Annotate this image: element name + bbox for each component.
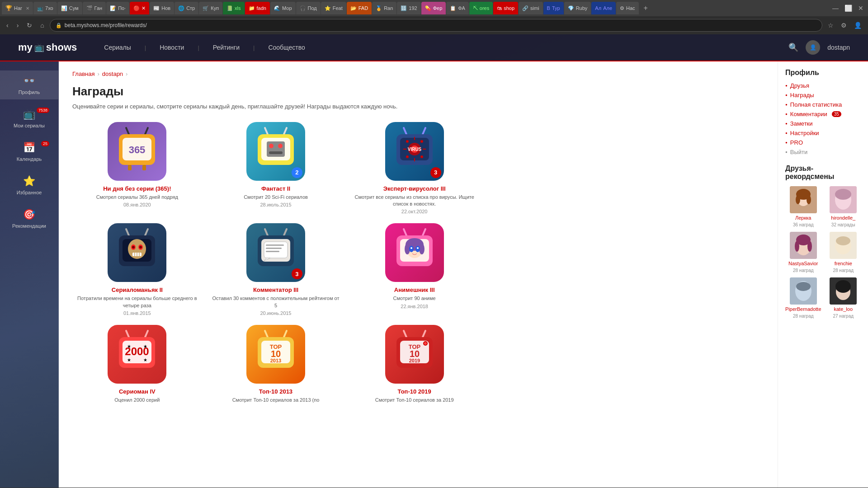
sidebar-my-shows[interactable]: 7538 📺 Мои сериалы bbox=[0, 104, 58, 133]
tab-11[interactable]: 📁fadn bbox=[245, 2, 270, 14]
nav-community[interactable]: Сообщество bbox=[268, 44, 305, 51]
tab-2[interactable]: 📺7хо bbox=[33, 2, 57, 14]
breadcrumb-user[interactable]: dostapn bbox=[102, 70, 123, 77]
tab-3[interactable]: 📊Сум bbox=[57, 2, 82, 14]
profile-link-notes[interactable]: Заметки bbox=[785, 120, 861, 127]
friend-nastya[interactable]: NastyaSavior 28 наград bbox=[785, 232, 821, 273]
nav-ratings[interactable]: Рейтинги bbox=[213, 44, 240, 51]
tab-1[interactable]: 🏆 Наг ✕ bbox=[2, 2, 33, 14]
profile-link-awards[interactable]: Награды bbox=[785, 92, 861, 99]
friend-lerka[interactable]: Леркка 36 наград bbox=[785, 186, 821, 227]
friend-piper[interactable]: PiperBernadotte 28 наград bbox=[785, 277, 821, 319]
friend-name-lerka[interactable]: Леркка bbox=[795, 215, 811, 221]
maximize-btn[interactable]: ⬜ bbox=[842, 3, 855, 14]
award-card-1[interactable]: 2 Фантаст II Смотрит 20 Sci-Fi сериалов … bbox=[211, 122, 341, 215]
award-title-7[interactable]: Топ-10 2013 bbox=[259, 388, 292, 395]
tab-ale[interactable]: АлАле bbox=[591, 2, 616, 14]
tab-ruby[interactable]: 💎Ruby bbox=[564, 2, 591, 14]
award-title-0[interactable]: Ни дня без серии (365)! bbox=[103, 185, 171, 192]
friend-name-nastya[interactable]: NastyaSavior bbox=[788, 261, 818, 266]
profile-link-pro[interactable]: PRO bbox=[785, 139, 861, 146]
sidebar-recommendations[interactable]: 🎯 Рекомендации bbox=[0, 204, 58, 233]
tab-shop[interactable]: 🛍shop bbox=[493, 2, 518, 14]
tab-4[interactable]: 🎬Ган bbox=[83, 2, 106, 14]
nav-news[interactable]: Новости bbox=[160, 44, 184, 51]
profile-link-stats[interactable]: Полная статистика bbox=[785, 101, 861, 108]
friend-name-kate[interactable]: kate_loo bbox=[834, 306, 853, 312]
award-title-3[interactable]: Сериаломаньяк II bbox=[112, 286, 163, 293]
award-title-6[interactable]: Сериоман IV bbox=[119, 388, 156, 395]
reload-btn[interactable]: ↻ bbox=[24, 20, 35, 31]
tab-13[interactable]: 🎧Под bbox=[296, 2, 321, 14]
award-date-0: 08.янв.2020 bbox=[123, 202, 151, 207]
tab-typ[interactable]: BTyp bbox=[543, 2, 564, 14]
tab-9[interactable]: 🛒Куп bbox=[199, 2, 222, 14]
close-btn[interactable]: ✕ bbox=[855, 3, 866, 14]
profile-link-comments[interactable]: Комментарии 35 bbox=[785, 111, 861, 117]
tab-ores[interactable]: ⛏ores bbox=[469, 2, 493, 14]
friend-name-piper[interactable]: PiperBernadotte bbox=[785, 306, 821, 312]
award-card-5[interactable]: Анимешник III Смотрит 90 аниме 22.янв.20… bbox=[349, 223, 479, 316]
award-title-1[interactable]: Фантаст II bbox=[261, 185, 290, 192]
site-logo[interactable]: my📺shows bbox=[18, 42, 77, 53]
friend-kate[interactable]: kate_loo 27 наград bbox=[826, 277, 861, 319]
profile-btn[interactable]: 👤 bbox=[851, 20, 864, 31]
sidebar-calendar-label: Календарь bbox=[17, 156, 42, 162]
profile-link-logout[interactable]: Выйти bbox=[785, 149, 861, 155]
address-bar[interactable]: 🔒 beta.myshows.me/profile/rewards/ bbox=[50, 19, 822, 32]
award-top10-2013-svg: TOP 10 2013 bbox=[249, 327, 303, 381]
sidebar-calendar[interactable]: 25 📅 Календарь bbox=[0, 137, 58, 166]
profile-link-settings[interactable]: Настройки bbox=[785, 130, 861, 136]
award-card-7[interactable]: TOP 10 2013 Топ-10 2013 Смотрит Топ-10 с… bbox=[211, 325, 341, 405]
award-badge-2: 3 bbox=[430, 167, 441, 178]
friend-frenchie[interactable]: frenchie 28 наград bbox=[826, 232, 861, 273]
sidebar-profile[interactable]: 👓 Профиль bbox=[0, 70, 58, 99]
tab-7[interactable]: 📰Нов bbox=[150, 2, 174, 14]
username[interactable]: dostapn bbox=[827, 44, 850, 51]
tab-8[interactable]: 🌐Стр bbox=[175, 2, 198, 14]
extensions-btn[interactable]: ⚙ bbox=[838, 20, 849, 31]
tab-10[interactable]: 📗xls bbox=[223, 2, 244, 14]
search-btn[interactable]: 🔍 bbox=[788, 42, 798, 52]
bookmark-btn[interactable]: ☆ bbox=[825, 20, 836, 31]
friend-hirondelle[interactable]: hirondelle_ 32 награды bbox=[826, 186, 861, 227]
home-btn[interactable]: ⌂ bbox=[38, 20, 47, 31]
sidebar-favorites[interactable]: ⭐ Избранное bbox=[0, 171, 58, 200]
award-title-4[interactable]: Комментатор III bbox=[253, 286, 298, 293]
tab-feat[interactable]: ⭐Feat bbox=[321, 2, 346, 14]
tab-ran[interactable]: 🏅Ran bbox=[372, 2, 396, 14]
tab-fad[interactable]: 📂FAD bbox=[347, 2, 372, 14]
award-card-4[interactable]: 3 Комментатор III Оставил 30 комментов с… bbox=[211, 223, 341, 316]
svg-point-28 bbox=[420, 155, 423, 158]
breadcrumb-home[interactable]: Главная bbox=[72, 70, 94, 77]
profile-link-friends[interactable]: Друзья bbox=[785, 82, 861, 89]
tab-fer[interactable]: 💊Фер bbox=[421, 2, 446, 14]
page-description: Оценивайте серии и сериалы, смотрите сер… bbox=[72, 102, 764, 111]
award-title-2[interactable]: Эксперт-вирусолог III bbox=[383, 185, 446, 192]
tab-5[interactable]: 📝По· bbox=[106, 2, 129, 14]
friend-avatar-kate bbox=[830, 277, 857, 305]
tab-active[interactable]: 🔴✕ bbox=[130, 2, 149, 14]
back-btn[interactable]: ‹ bbox=[4, 20, 11, 31]
tab-nas[interactable]: ⚙Нас bbox=[616, 2, 639, 14]
site-header: my📺shows Сериалы | Новости | Рейтинги | … bbox=[0, 34, 868, 61]
award-card-3[interactable]: Сериаломаньяк II Потратили времени на се… bbox=[72, 223, 202, 316]
award-title-5[interactable]: Анимешник III bbox=[394, 286, 435, 293]
award-title-8[interactable]: Топ-10 2019 bbox=[398, 388, 431, 395]
minimize-btn[interactable]: — bbox=[830, 3, 841, 14]
tab-fa[interactable]: 📋ФА bbox=[446, 2, 468, 14]
svg-line-31 bbox=[145, 229, 148, 235]
tab-simi[interactable]: 🔗simi bbox=[519, 2, 543, 14]
friend-name-frenchie[interactable]: frenchie bbox=[835, 261, 852, 266]
award-card-6[interactable]: 2000 ★ ★ ★ ★ Сериоман IV Оценил 2000 сер… bbox=[72, 325, 202, 405]
friend-name-hirondelle[interactable]: hirondelle_ bbox=[831, 215, 855, 221]
forward-btn[interactable]: › bbox=[14, 20, 22, 31]
award-card-0[interactable]: 365 Ни дня без серии (365)! Смотрел сери… bbox=[72, 122, 202, 215]
award-card-8[interactable]: TOP 10 2019 Топ-10 2019 Смотрит Топ-10 с… bbox=[349, 325, 479, 405]
tab-192[interactable]: 🔢192 bbox=[397, 2, 420, 14]
svg-text:10: 10 bbox=[410, 349, 420, 359]
tab-12[interactable]: 🌊Мор bbox=[270, 2, 296, 14]
nav-serials[interactable]: Сериалы bbox=[104, 44, 131, 51]
new-tab-btn[interactable]: + bbox=[641, 2, 651, 14]
award-card-2[interactable]: VIRUS 3 Эксперт-вирусолог III Смотрит вс… bbox=[349, 122, 479, 215]
